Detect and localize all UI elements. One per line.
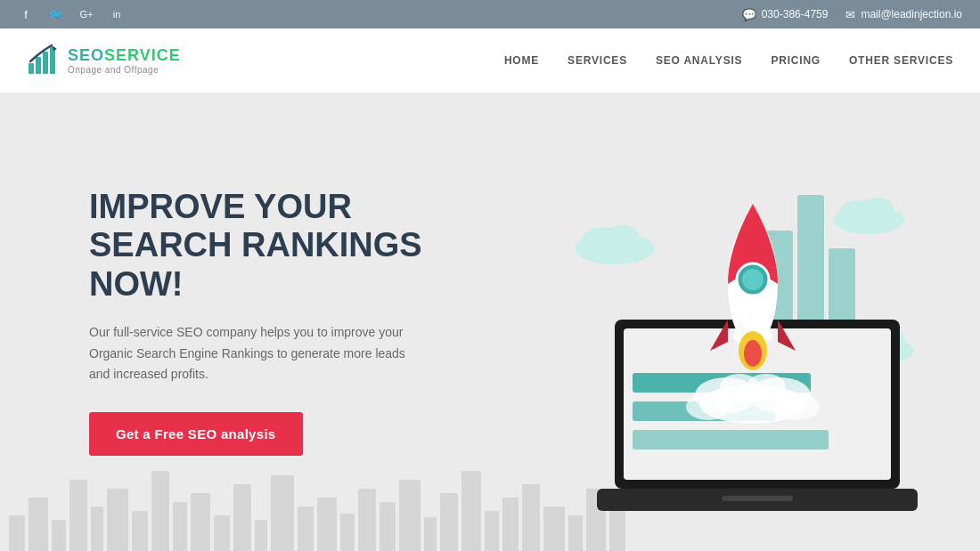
top-bar: f 🐦 G+ in 💬 030-386-4759 ✉ mail@leadinje…	[0, 0, 980, 28]
twitter-icon[interactable]: 🐦	[48, 6, 64, 22]
phone-icon: 💬	[742, 8, 756, 21]
svg-point-10	[862, 198, 894, 221]
svg-rect-2	[43, 52, 48, 74]
building	[485, 511, 499, 551]
phone-contact: 💬 030-386-4759	[742, 8, 829, 21]
hero-section: IMPROVE YOUR SEARCH RANKINGS NOW! Our fu…	[0, 93, 980, 551]
bg-building	[797, 195, 824, 337]
cloud-left-svg	[570, 213, 659, 266]
nav-links: HOME SERVICES SEO ANALYSIS PRICING OTHER…	[504, 54, 953, 67]
nav-other-services[interactable]: OTHER SERVICES	[849, 54, 953, 67]
building	[191, 493, 210, 551]
building	[29, 498, 48, 551]
svg-point-7	[604, 225, 640, 250]
hero-content: IMPROVE YOUR SEARCH RANKINGS NOW! Our fu…	[0, 188, 463, 456]
building	[380, 502, 396, 551]
logo-text: SEOSERVICE Onpage and Offpage	[68, 46, 181, 75]
nav-seo-analysis[interactable]: SEO ANALYSIS	[656, 54, 742, 67]
contact-info: 💬 030-386-4759 ✉ mail@leadinjection.io	[742, 8, 962, 21]
building	[69, 480, 87, 551]
building	[173, 502, 187, 551]
building	[214, 515, 230, 551]
hero-description: Our full-service SEO company helps you t…	[89, 322, 428, 385]
googleplus-icon[interactable]: G+	[78, 6, 94, 22]
hero-title-line1: IMPROVE YOUR	[89, 188, 352, 225]
building	[358, 489, 376, 551]
phone-number: 030-386-4759	[762, 8, 829, 20]
exhaust-clouds	[677, 355, 829, 426]
building	[317, 498, 337, 551]
building	[399, 480, 421, 551]
social-links: f 🐦 G+ in	[18, 6, 125, 22]
svg-rect-18	[633, 430, 829, 450]
email-address: mail@leadinjection.io	[861, 8, 962, 20]
svg-point-31	[775, 393, 820, 420]
building	[340, 514, 355, 551]
logo-tagline: Onpage and Offpage	[68, 65, 181, 75]
hero-illustration	[499, 142, 927, 515]
logo-rest: SERVICE	[104, 46, 181, 64]
cloud-right-top	[829, 186, 909, 239]
svg-point-33	[747, 374, 786, 399]
nav-services[interactable]: SERVICES	[568, 54, 627, 67]
logo-highlight: SEO	[68, 46, 104, 64]
building	[568, 515, 583, 551]
building	[461, 471, 481, 551]
building	[151, 471, 169, 551]
building	[132, 511, 148, 551]
cloud-left	[570, 213, 659, 270]
logo: SEOSERVICE Onpage and Offpage	[27, 44, 181, 77]
building	[233, 484, 251, 551]
svg-rect-0	[29, 63, 34, 74]
cloud-right-top-svg	[829, 186, 909, 235]
nav-home[interactable]: HOME	[504, 54, 539, 67]
rocket-svg	[708, 195, 797, 373]
building	[9, 515, 25, 551]
hero-title-line2: SEARCH RANKINGS NOW!	[89, 226, 422, 303]
logo-name: SEOSERVICE	[68, 46, 181, 65]
building	[107, 489, 128, 551]
email-icon: ✉	[845, 8, 855, 21]
email-contact: ✉ mail@leadinjection.io	[845, 8, 962, 21]
building	[52, 520, 66, 551]
building	[255, 520, 267, 551]
hero-title: IMPROVE YOUR SEARCH RANKINGS NOW!	[89, 188, 463, 304]
building	[440, 493, 458, 551]
building	[271, 475, 294, 551]
nav-pricing[interactable]: PRICING	[771, 54, 821, 67]
svg-point-23	[742, 269, 764, 290]
building	[424, 517, 437, 551]
svg-rect-20	[722, 496, 793, 501]
logo-icon	[27, 44, 61, 77]
svg-rect-3	[50, 47, 55, 74]
cta-button[interactable]: Get a Free SEO analysis	[89, 412, 303, 456]
svg-rect-1	[36, 57, 41, 74]
building	[91, 506, 103, 551]
building	[298, 506, 314, 551]
facebook-icon[interactable]: f	[18, 6, 34, 22]
navbar: SEOSERVICE Onpage and Offpage HOME SERVI…	[0, 28, 980, 93]
svg-point-30	[686, 393, 731, 420]
linkedin-icon[interactable]: in	[109, 6, 125, 22]
